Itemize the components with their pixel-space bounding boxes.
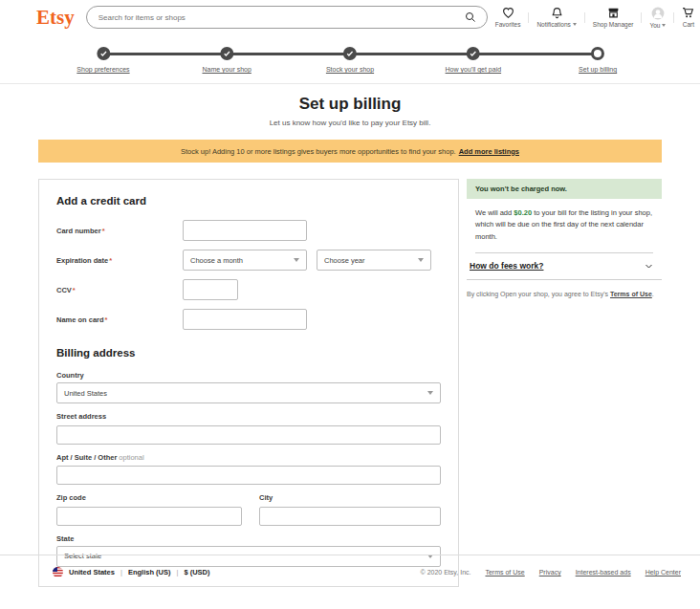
apt-suite-input[interactable]: [56, 466, 441, 485]
fee-amount: $0.20: [514, 208, 532, 217]
page-title: Set up billing: [0, 95, 700, 114]
ccv-label: CCV*: [56, 286, 183, 294]
no-charge-callout: You won't be charged now. We will add $0…: [467, 179, 662, 280]
country-select[interactable]: United States: [56, 382, 441, 403]
page-footer: United States | English (US) | $ (USD) ©…: [0, 555, 700, 577]
footer-link-help[interactable]: Help Center: [645, 569, 681, 576]
step-label[interactable]: Name your shop: [202, 66, 251, 73]
how-fees-work-link[interactable]: How do fees work?: [470, 261, 543, 271]
page-title-block: Set up billing Let us know how you'd lik…: [0, 84, 700, 127]
step-stock-your-shop[interactable]: Stock your shop: [326, 47, 374, 73]
terms-of-use-link[interactable]: Terms of Use: [610, 291, 652, 297]
step-current-icon: [591, 47, 604, 60]
search-input[interactable]: [98, 13, 462, 22]
chevron-down-icon: [573, 23, 577, 26]
zip-group: Zip code: [56, 493, 242, 526]
city-input[interactable]: [259, 507, 441, 526]
nav-favorites-label: Favorites: [495, 21, 521, 28]
stock-up-banner: Stock up! Adding 10 or more listings giv…: [38, 140, 662, 163]
step-name-your-shop[interactable]: Name your shop: [202, 47, 251, 73]
card-number-input[interactable]: [183, 220, 307, 241]
step-shop-preferences[interactable]: Shop preferences: [77, 47, 129, 73]
expiration-month-select[interactable]: Choose a month: [183, 250, 307, 271]
add-more-listings-link[interactable]: Add more listings: [459, 147, 519, 156]
footer-link-interest-ads[interactable]: Interest-based ads: [576, 569, 631, 576]
ccv-input[interactable]: [183, 279, 238, 300]
street-address-label: Street address: [56, 412, 441, 421]
onboarding-stepper: Shop preferences Name your shop Stock yo…: [0, 34, 700, 84]
select-caret-icon: [418, 258, 424, 262]
language-setting[interactable]: English (US): [128, 568, 171, 576]
ccv-row: CCV*: [56, 278, 441, 301]
separator: |: [120, 568, 122, 576]
currency-setting[interactable]: $ (USD): [184, 568, 209, 576]
expiration-year-select[interactable]: Choose year: [317, 250, 431, 271]
month-select-value: Choose a month: [190, 256, 243, 265]
bell-icon: [551, 7, 563, 19]
select-caret-icon: [294, 258, 299, 262]
required-mark: *: [102, 227, 105, 235]
name-on-card-input[interactable]: [183, 309, 307, 330]
nav-favorites[interactable]: Favorites: [488, 7, 529, 29]
country-group: Country United States: [56, 371, 441, 403]
region-setting[interactable]: United States: [69, 568, 115, 576]
search-icon: [465, 11, 476, 23]
nav-cart[interactable]: Cart: [674, 7, 700, 29]
heart-icon: [502, 7, 514, 19]
zip-city-row: Zip code City: [56, 493, 441, 534]
how-fees-work-row[interactable]: How do fees work?: [467, 253, 662, 279]
optional-tag: optional: [119, 453, 143, 462]
nav-shop-manager[interactable]: Shop Manager: [585, 7, 642, 29]
card-number-row: Card number*: [56, 219, 441, 242]
step-complete-icon: [97, 47, 110, 60]
us-flag-icon: [53, 567, 63, 577]
apt-suite-group: Apt / Suite / Otheroptional: [56, 453, 441, 486]
separator: |: [176, 568, 178, 576]
main-content: Add a credit card Card number* Expiratio…: [38, 179, 662, 587]
nav-you[interactable]: You: [642, 7, 673, 29]
zip-label: Zip code: [56, 493, 242, 502]
locale-settings: United States | English (US) | $ (USD): [53, 567, 210, 577]
footer-link-privacy[interactable]: Privacy: [539, 569, 561, 576]
city-label: City: [259, 493, 441, 502]
street-address-input[interactable]: [56, 425, 441, 445]
credit-card-heading: Add a credit card: [56, 195, 441, 207]
nav-shop-manager-label: Shop Manager: [593, 21, 634, 28]
zip-input[interactable]: [56, 507, 242, 526]
step-label[interactable]: How you'll get paid: [446, 66, 502, 73]
street-address-group: Street address: [56, 412, 441, 445]
copyright: © 2020 Etsy, Inc.: [421, 569, 471, 576]
step-label[interactable]: Stock your shop: [326, 66, 374, 73]
billing-form-card: Add a credit card Card number* Expiratio…: [38, 179, 459, 587]
country-select-value: United States: [64, 389, 107, 398]
step-complete-icon: [220, 47, 233, 60]
country-label: Country: [56, 371, 441, 380]
search-bar[interactable]: [86, 6, 488, 29]
nav-you-label: You: [649, 22, 666, 29]
avatar-icon: [651, 7, 665, 20]
billing-address-heading: Billing address: [56, 347, 441, 359]
city-group: City: [259, 493, 441, 526]
step-complete-icon: [467, 47, 480, 60]
search-button[interactable]: [462, 9, 479, 26]
footer-link-terms[interactable]: Terms of Use: [485, 569, 524, 576]
apt-suite-label: Apt / Suite / Otheroptional: [56, 453, 441, 462]
terms-note: By clicking Open your shop, you agree to…: [467, 290, 662, 300]
name-on-card-row: Name on card*: [56, 308, 441, 331]
card-number-label: Card number*: [56, 227, 183, 235]
required-mark: *: [105, 315, 108, 324]
select-caret-icon: [427, 391, 433, 395]
header-nav: Favorites Notifications Shop Manager You: [488, 7, 700, 29]
chevron-down-icon[interactable]: [645, 262, 653, 271]
etsy-logo[interactable]: Etsy: [36, 6, 75, 30]
nav-notifications[interactable]: Notifications: [529, 7, 583, 29]
step-complete-icon: [343, 47, 357, 60]
step-set-up-billing[interactable]: Set up billing: [579, 47, 617, 73]
step-how-youll-get-paid[interactable]: How you'll get paid: [446, 47, 502, 73]
callout-body: We will add $0.20 to your bill for the l…: [467, 199, 662, 243]
name-on-card-label: Name on card*: [56, 315, 183, 324]
step-label[interactable]: Set up billing: [579, 66, 617, 73]
year-select-value: Choose year: [324, 256, 365, 265]
required-mark: *: [73, 286, 76, 294]
step-label[interactable]: Shop preferences: [77, 66, 129, 73]
